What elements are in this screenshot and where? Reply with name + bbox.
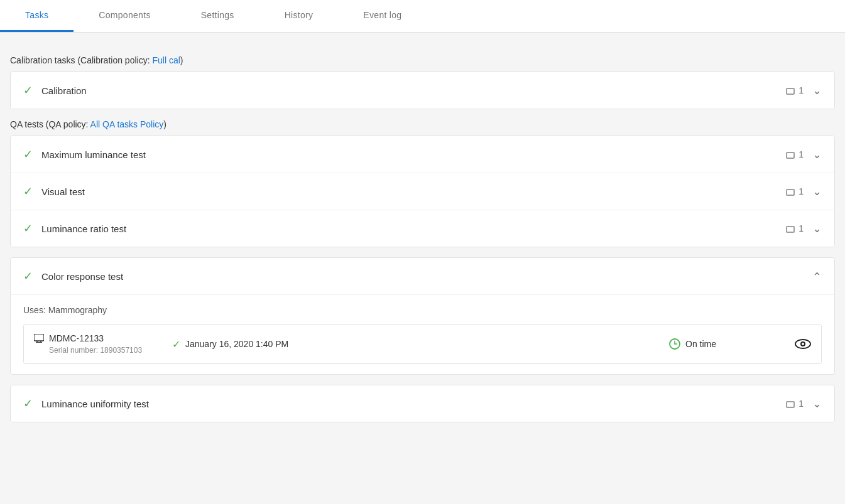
task-meta-calibration: 1 ⌄: [786, 83, 822, 97]
device-serial: Serial number: 1890357103: [34, 346, 172, 355]
calibration-section-label-end: ): [180, 55, 183, 65]
device-id: MDMC-12133: [49, 333, 104, 343]
uses-label: Uses: Mammography: [23, 305, 822, 315]
tab-tasks[interactable]: Tasks: [0, 0, 74, 32]
expanded-task-body: Uses: Mammography MDMC-12133: [11, 295, 834, 374]
qa-section-label: QA tests (QA policy:: [10, 119, 90, 129]
task-row-max-luminance: ✓ Maximum luminance test 1 ⌄: [11, 136, 834, 173]
calibration-section-header: Calibration tasks (Calibration policy: F…: [10, 55, 835, 65]
calibration-policy-link[interactable]: Full cal: [152, 55, 180, 65]
device-card: MDMC-12133 Serial number: 1890357103 ✓ J…: [23, 324, 822, 364]
clock-icon: [669, 338, 680, 350]
check-icon-calibration: ✓: [23, 83, 33, 97]
expanded-task-header: ✓ Color response test ⌄: [11, 258, 834, 295]
calibration-section-label: Calibration tasks (Calibration policy:: [10, 55, 152, 65]
comment-count-visual-test: 1: [799, 186, 804, 196]
task-meta-luminance-ratio: 1 ⌄: [786, 222, 822, 235]
task-label-visual-test: Visual test: [41, 186, 786, 197]
monitor-icon-luminance-ratio: [786, 226, 795, 233]
chevron-down-icon-max-luminance[interactable]: ⌄: [812, 147, 822, 161]
task-row-luminance-uniformity: ✓ Luminance uniformity test 1 ⌄: [11, 385, 834, 422]
task-meta-max-luminance: 1 ⌄: [786, 147, 822, 161]
monitor-icon-visual-test: [786, 189, 795, 196]
qa-section-header: QA tests (QA policy: All QA tasks Policy…: [10, 119, 835, 129]
expanded-task-card: ✓ Color response test ⌄ Uses: Mammograph…: [10, 257, 835, 375]
task-label-luminance-uniformity: Luminance uniformity test: [41, 399, 786, 409]
calibration-task-group: ✓ Calibration 1 ⌄: [10, 72, 835, 109]
check-icon-color-response: ✓: [23, 269, 33, 283]
monitor-icon-luminance-uniformity: [786, 401, 795, 408]
task-row-luminance-ratio: ✓ Luminance ratio test 1 ⌄: [11, 210, 834, 247]
tab-settings[interactable]: Settings: [176, 0, 259, 32]
monitor-icon-calibration: [786, 88, 795, 95]
chevron-down-icon-luminance-ratio[interactable]: ⌄: [812, 222, 822, 235]
check-icon-date: ✓: [172, 338, 180, 350]
page-content: Calibration tasks (Calibration policy: F…: [0, 33, 845, 445]
check-icon-luminance-ratio: ✓: [23, 222, 33, 235]
device-name: MDMC-12133: [34, 333, 172, 343]
chevron-down-icon-luminance-uniformity[interactable]: ⌄: [812, 397, 822, 410]
chevron-down-icon-calibration[interactable]: ⌄: [812, 83, 822, 97]
task-row-visual-test: ✓ Visual test 1 ⌄: [11, 173, 834, 210]
chevron-up-icon-color-response[interactable]: ⌄: [812, 269, 822, 283]
task-label-luminance-ratio: Luminance ratio test: [41, 223, 786, 234]
luminance-uniformity-task-group: ✓ Luminance uniformity test 1 ⌄: [10, 385, 835, 422]
task-row-calibration: ✓ Calibration 1 ⌄: [11, 72, 834, 109]
comment-count-luminance-uniformity: 1: [799, 399, 804, 409]
device-date-value: January 16, 2020 1:40 PM: [185, 339, 288, 349]
check-icon-max-luminance: ✓: [23, 147, 33, 161]
comment-count-max-luminance: 1: [799, 149, 804, 159]
tab-event-log[interactable]: Event log: [338, 0, 427, 32]
svg-point-9: [802, 343, 804, 345]
qa-policy-link[interactable]: All QA tasks Policy: [90, 119, 164, 129]
check-icon-visual-test: ✓: [23, 185, 33, 198]
device-row: MDMC-12133 Serial number: 1890357103 ✓ J…: [34, 333, 811, 355]
eye-icon[interactable]: [795, 338, 811, 350]
comment-count-luminance-ratio: 1: [799, 223, 804, 233]
device-date: ✓ January 16, 2020 1:40 PM: [172, 338, 669, 350]
monitor-icon-device: [34, 334, 44, 343]
qa-section-label-end: ): [163, 119, 166, 129]
task-meta-luminance-uniformity: 1 ⌄: [786, 397, 822, 410]
monitor-icon-max-luminance: [786, 152, 795, 159]
task-label-max-luminance: Maximum luminance test: [41, 149, 786, 160]
device-status: On time: [669, 338, 795, 350]
status-text: On time: [685, 339, 716, 349]
chevron-down-icon-visual-test[interactable]: ⌄: [812, 185, 822, 198]
task-meta-visual-test: 1 ⌄: [786, 185, 822, 198]
tab-bar: Tasks Components Settings History Event …: [0, 0, 845, 33]
task-label-calibration: Calibration: [41, 85, 786, 96]
task-label-color-response: Color response test: [41, 271, 807, 282]
comment-count-calibration: 1: [799, 85, 804, 95]
device-info: MDMC-12133 Serial number: 1890357103: [34, 333, 172, 355]
tab-history[interactable]: History: [259, 0, 339, 32]
tab-components[interactable]: Components: [74, 0, 175, 32]
check-icon-luminance-uniformity: ✓: [23, 397, 33, 410]
svg-rect-0: [34, 334, 44, 341]
qa-task-group: ✓ Maximum luminance test 1 ⌄ ✓ Visual te…: [10, 136, 835, 247]
